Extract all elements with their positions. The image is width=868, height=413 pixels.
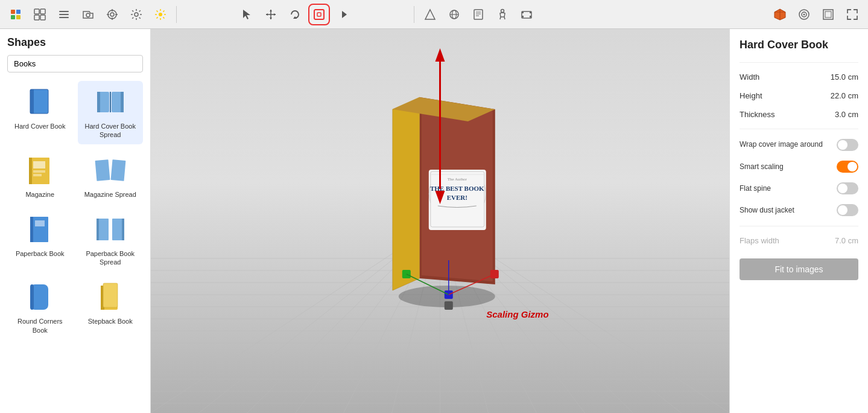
sidebar: Shapes Books Magazines Other Hard Cover … bbox=[0, 29, 151, 413]
svg-rect-72 bbox=[33, 174, 42, 176]
sidebar-title: Shapes bbox=[7, 36, 143, 49]
prop-flaps-width-label: Flaps width bbox=[740, 236, 779, 245]
menu-button[interactable] bbox=[53, 4, 75, 25]
svg-rect-8 bbox=[59, 11, 69, 12]
page-button[interactable] bbox=[467, 4, 489, 25]
svg-rect-73 bbox=[95, 159, 110, 181]
more-button[interactable] bbox=[332, 4, 354, 25]
shape-magazine-icon bbox=[23, 154, 57, 188]
shape-magazine[interactable]: Magazine bbox=[7, 149, 73, 203]
shape-paperback-book-spread-label: Paperback Book Spread bbox=[80, 249, 141, 267]
svg-rect-71 bbox=[33, 170, 45, 173]
scale-button[interactable] bbox=[308, 4, 330, 25]
svg-point-12 bbox=[86, 13, 90, 17]
svg-rect-33 bbox=[314, 10, 324, 19]
grid-button[interactable] bbox=[29, 4, 51, 25]
frame-button[interactable] bbox=[817, 4, 839, 25]
shape-magazine-label: Magazine bbox=[25, 190, 54, 199]
prop-width: Width 15.0 cm bbox=[740, 71, 858, 83]
divider-mid1 bbox=[740, 129, 858, 129]
prop-height-value: 22.0 cm bbox=[831, 91, 858, 100]
target3-button[interactable] bbox=[793, 4, 815, 25]
prop-flaps-width-value: 7.0 cm bbox=[835, 236, 858, 245]
shape-hard-cover-book-label: Hard Cover Book bbox=[14, 122, 65, 130]
svg-rect-7 bbox=[40, 15, 45, 20]
svg-rect-74 bbox=[110, 159, 125, 181]
svg-rect-66 bbox=[121, 92, 124, 112]
svg-marker-29 bbox=[243, 10, 250, 19]
svg-rect-51 bbox=[530, 16, 531, 18]
toggle-dust-jacket: Show dust jacket bbox=[740, 203, 858, 217]
expand-button[interactable] bbox=[841, 4, 863, 25]
svg-rect-2 bbox=[11, 15, 15, 19]
svg-rect-49 bbox=[522, 16, 524, 18]
shape-hard-cover-book[interactable]: Hard Cover Book bbox=[7, 81, 73, 144]
svg-point-13 bbox=[108, 10, 116, 19]
toggle-flat-spine-label: Flat spine bbox=[740, 184, 771, 193]
shape-paperback-book-spread[interactable]: Paperback Book Spread bbox=[78, 208, 144, 272]
target-button[interactable] bbox=[101, 4, 123, 25]
rotate-button[interactable] bbox=[284, 4, 306, 25]
move-button[interactable] bbox=[260, 4, 282, 25]
canvas-area[interactable]: THE BEST BOOK EVER! HARD COVER BOOK The … bbox=[151, 29, 729, 413]
toggle-smart-scaling: Smart scaling bbox=[740, 159, 858, 174]
svg-line-45 bbox=[500, 17, 501, 19]
shape-stepback-book-icon bbox=[93, 281, 127, 315]
settings-button[interactable] bbox=[125, 4, 147, 25]
prop-thickness: Thickness 3.0 cm bbox=[740, 109, 858, 120]
book-3d: THE BEST BOOK EVER! HARD COVER BOOK The … bbox=[374, 91, 531, 323]
svg-rect-64 bbox=[97, 92, 100, 112]
fit-to-images-button[interactable]: Fit to images bbox=[740, 258, 858, 280]
svg-text:THE BEST BOOK: THE BEST BOOK bbox=[429, 185, 484, 192]
svg-line-46 bbox=[504, 17, 505, 19]
toggle-dust-jacket-switch[interactable] bbox=[837, 204, 858, 216]
shape-paperback-book[interactable]: Paperback Book bbox=[7, 208, 73, 272]
toggle-smart-scaling-switch[interactable] bbox=[837, 161, 858, 173]
divider-mid2 bbox=[740, 226, 858, 226]
divider-top bbox=[740, 62, 858, 63]
svg-rect-1 bbox=[16, 10, 21, 14]
svg-text:The Author: The Author bbox=[447, 177, 467, 182]
svg-rect-4 bbox=[34, 9, 39, 14]
toggle-wrap-cover-label: Wrap cover image around bbox=[740, 140, 823, 150]
svg-rect-9 bbox=[59, 14, 69, 15]
shape-magazine-spread[interactable]: Magazine Spread bbox=[78, 149, 144, 203]
shape-stepback-book[interactable]: Stepback Book bbox=[78, 276, 144, 339]
shape-round-corners-book[interactable]: Round Corners Book bbox=[7, 276, 73, 339]
shapes-dropdown[interactable]: Books Magazines Other bbox=[7, 55, 143, 72]
svg-rect-70 bbox=[33, 161, 45, 168]
svg-rect-76 bbox=[30, 217, 33, 242]
svg-rect-81 bbox=[122, 219, 124, 240]
far-right-tools bbox=[769, 4, 863, 25]
svg-line-25 bbox=[157, 10, 158, 11]
shape-paperback-book-icon bbox=[23, 213, 57, 247]
toggle-flat-spine-switch[interactable] bbox=[837, 182, 858, 194]
svg-text:EVER!: EVER! bbox=[446, 194, 467, 201]
box3d-button[interactable] bbox=[769, 4, 791, 25]
right-panel: Hard Cover Book Width 15.0 cm Height 22.… bbox=[729, 29, 868, 413]
toggle-dust-jacket-label: Show dust jacket bbox=[740, 206, 794, 214]
film-button[interactable] bbox=[516, 4, 537, 25]
add-button[interactable] bbox=[5, 4, 27, 25]
toggle-smart-scaling-label: Smart scaling bbox=[740, 162, 784, 171]
cursor-button[interactable] bbox=[236, 4, 258, 25]
svg-rect-58 bbox=[823, 10, 833, 19]
svg-point-20 bbox=[159, 13, 162, 16]
light-button[interactable] bbox=[150, 4, 171, 25]
svg-point-19 bbox=[135, 13, 138, 16]
divider-1 bbox=[176, 6, 177, 23]
panel-title: Hard Cover Book bbox=[740, 39, 858, 51]
toolbar bbox=[0, 0, 868, 29]
prop-thickness-label: Thickness bbox=[740, 110, 775, 119]
shape-hard-cover-book-spread[interactable]: Hard Cover Book Spread bbox=[78, 81, 144, 144]
figure-button[interactable] bbox=[492, 4, 513, 25]
shape1-button[interactable] bbox=[419, 4, 441, 25]
toggle-wrap-cover-switch[interactable] bbox=[837, 139, 858, 151]
svg-marker-36 bbox=[425, 10, 435, 19]
svg-rect-0 bbox=[11, 10, 15, 14]
shape-hard-cover-book-icon bbox=[23, 86, 57, 120]
globe-button[interactable] bbox=[443, 4, 465, 25]
svg-rect-79 bbox=[97, 219, 99, 240]
shape-round-corners-book-icon bbox=[23, 281, 57, 315]
camera-button[interactable] bbox=[77, 4, 99, 25]
